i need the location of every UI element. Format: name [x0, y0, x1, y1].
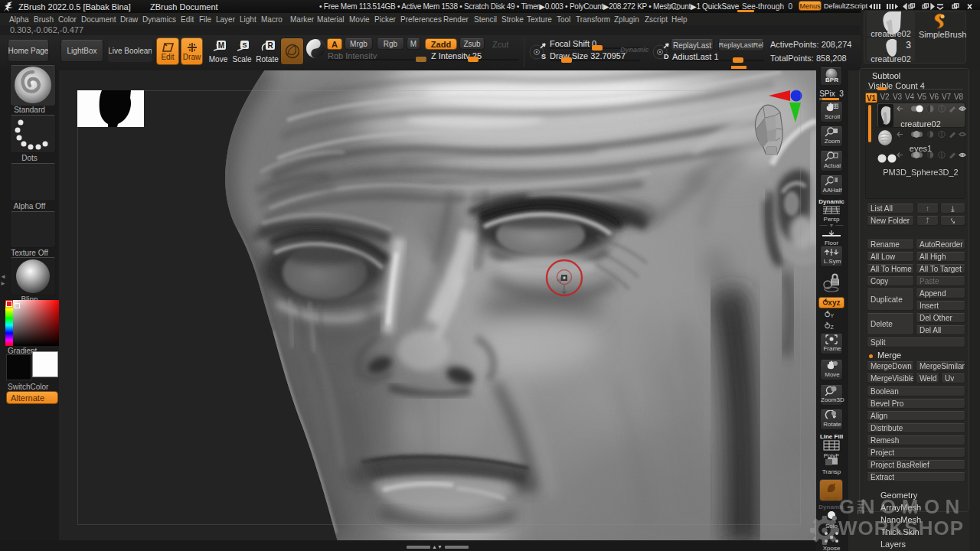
svg-text:S: S	[541, 53, 546, 60]
svg-text:M: M	[218, 41, 224, 50]
svg-text:S: S	[242, 41, 247, 49]
svg-text:R: R	[267, 41, 273, 50]
svg-text:D: D	[664, 53, 669, 60]
